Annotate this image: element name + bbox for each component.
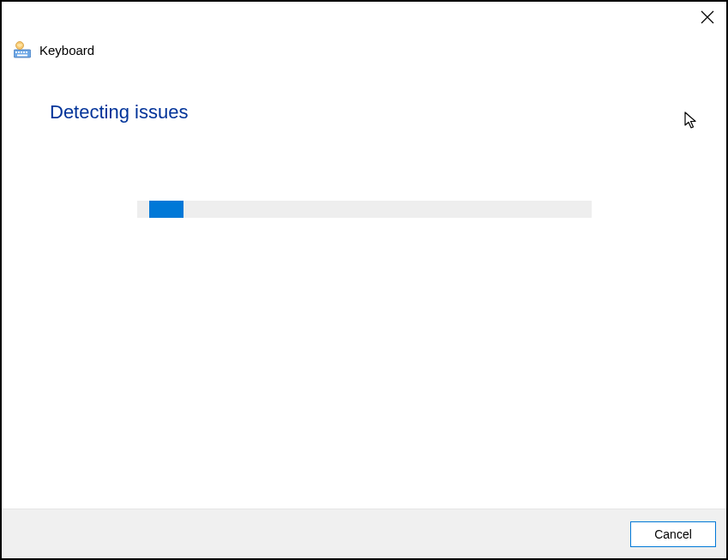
svg-rect-2	[14, 50, 31, 57]
svg-rect-8	[17, 55, 27, 57]
svg-rect-4	[18, 51, 20, 53]
progress-bar-container	[50, 201, 678, 218]
header: Keyboard	[2, 34, 726, 58]
close-icon	[701, 10, 714, 24]
svg-rect-5	[21, 51, 22, 53]
svg-rect-3	[15, 51, 17, 53]
svg-rect-7	[26, 51, 27, 53]
footer: Cancel	[2, 509, 726, 558]
progress-chunk	[149, 201, 184, 218]
keyboard-icon	[14, 41, 31, 58]
titlebar	[2, 2, 726, 34]
progress-bar	[137, 201, 592, 218]
status-heading: Detecting issues	[50, 101, 678, 123]
content-area: Detecting issues	[2, 58, 726, 509]
header-title: Keyboard	[39, 43, 94, 57]
close-button[interactable]	[697, 7, 718, 27]
cancel-button[interactable]: Cancel	[630, 521, 716, 547]
troubleshooter-window: Keyboard Detecting issues Cancel	[0, 0, 728, 560]
svg-rect-6	[23, 51, 25, 53]
